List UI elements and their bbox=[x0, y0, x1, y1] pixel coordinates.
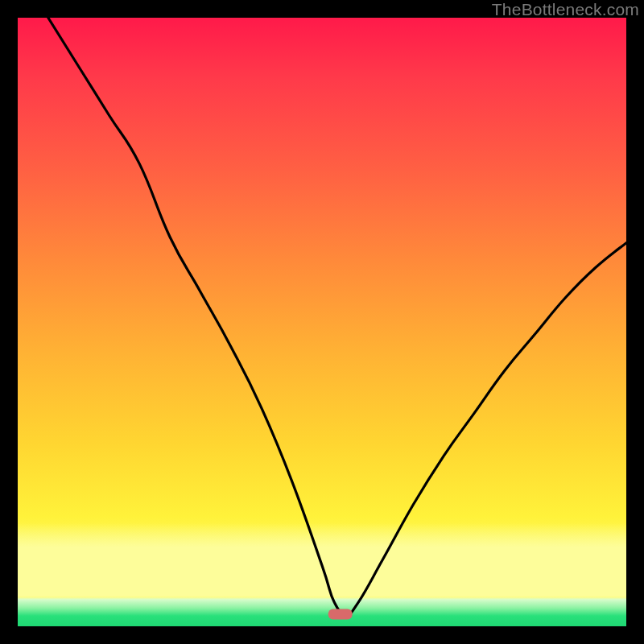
optimum-marker bbox=[328, 609, 353, 619]
bottleneck-curve bbox=[48, 18, 626, 614]
attribution-watermark: TheBottleneck.com bbox=[492, 0, 639, 19]
plot-area bbox=[18, 18, 626, 626]
chart-frame: TheBottleneck.com bbox=[0, 0, 644, 644]
curve-layer bbox=[18, 18, 626, 626]
